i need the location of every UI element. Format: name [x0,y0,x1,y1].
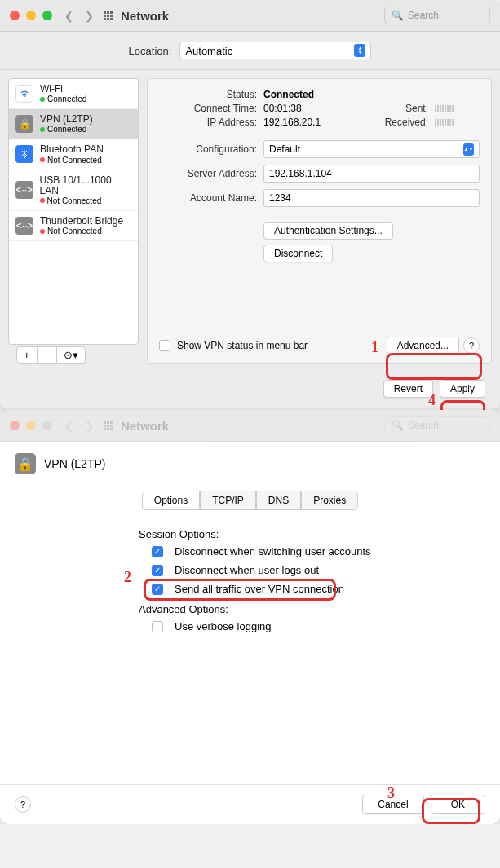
main-content: Wi-Fi Connected 🔒 VPN (L2TP) Connected [0,70,500,372]
location-label: Location: [129,45,172,57]
annotation-1: 1 [371,339,378,356]
bluetooth-icon [15,145,33,163]
checkbox[interactable]: ✓ [152,565,163,576]
close-window-button[interactable] [10,421,20,430]
connect-time-label: Connect Time: [159,103,257,114]
sidebar-item-vpn[interactable]: 🔒 VPN (L2TP) Connected [9,109,138,139]
status-dot-icon [40,97,45,102]
service-actions-bar: + − ⊙▾ [16,346,86,364]
show-all-icon [104,421,113,430]
menu-bar-row: Show VPN status in menu bar Advanced... … [159,337,480,355]
detail-panel: Status: Connected Connect Time: 00:01:38… [147,78,492,364]
sidebar-item-wifi[interactable]: Wi-Fi Connected [9,79,138,109]
option-label: Disconnect when user logs out [175,564,319,576]
sidebar-item-label: USB 10/1...1000 LAN [40,175,131,196]
status-grid: Status: Connected Connect Time: 00:01:38… [159,89,480,128]
back-button: ❮ [64,420,73,432]
auth-settings-button[interactable]: Authentication Settings... [263,222,393,240]
server-address-row: Server Address: [159,165,480,183]
auth-buttons: Authentication Settings... Disconnect [263,222,480,262]
account-name-row: Account Name: [159,189,480,207]
options-body: Session Options: ✓ Disconnect when switc… [0,515,500,784]
status-dot-icon [40,198,45,203]
advanced-button[interactable]: Advanced... [387,337,459,355]
help-button[interactable]: ? [15,796,31,813]
add-service-button[interactable]: + [17,347,38,363]
annotation-box-ok [422,798,480,824]
server-address-input[interactable] [263,165,480,183]
tab-dns[interactable]: DNS [256,491,301,510]
show-vpn-status-checkbox[interactable] [159,340,170,351]
show-all-icon[interactable] [104,11,113,20]
select-arrows-icon: ▲▼ [463,143,474,156]
option-label: Use verbose logging [175,620,272,632]
apply-button[interactable]: Apply [440,380,485,398]
titlebar: ❮ ❯ Network 🔍 Search [0,410,500,442]
maximize-window-button[interactable] [42,11,52,20]
traffic-lights [10,11,52,20]
sidebar-item-thunderbolt[interactable]: <··> Thunderbolt Bridge Not Connected [9,211,138,241]
annotation-3: 3 [387,785,395,802]
network-preferences-window: ❮ ❯ Network 🔍 Search Location: Automatic… [0,0,500,410]
configuration-select[interactable]: Default ▲▼ [263,140,480,158]
session-options-label: Session Options: [139,528,500,540]
status-dot-icon [40,127,45,132]
location-select[interactable]: Automatic ▲▼ [179,42,371,59]
tab-options[interactable]: Options [142,491,200,510]
checkbox[interactable] [152,621,163,632]
sent-bars-icon [435,105,480,112]
option-verbose-logging: Use verbose logging [152,620,500,632]
sidebar-item-label: VPN (L2TP) [40,114,93,125]
back-button[interactable]: ❮ [64,10,73,22]
disconnect-button[interactable]: Disconnect [263,245,333,262]
status-dot-icon [40,229,45,234]
annotation-2: 2 [124,569,131,586]
account-name-input[interactable] [263,189,480,207]
vpn-advanced-window: ❮ ❯ Network 🔍 Search 🔒 VPN (L2TP) Option… [0,410,500,824]
vpn-header: 🔒 VPN (L2TP) [0,442,500,486]
titlebar: ❮ ❯ Network 🔍 Search [0,0,500,32]
status-label: Status: [159,89,257,100]
maximize-window-button[interactable] [42,421,52,430]
search-box[interactable]: 🔍 Search [384,7,490,24]
nav-arrows: ❮ ❯ [64,420,94,432]
search-placeholder: Search [408,10,439,21]
received-label: Received: [379,117,428,128]
sidebar-item-bluetooth[interactable]: Bluetooth PAN Not Connected [9,139,138,170]
help-button[interactable]: ? [463,337,480,354]
network-services-sidebar: Wi-Fi Connected 🔒 VPN (L2TP) Connected [8,78,139,345]
ethernet-icon: <··> [15,217,33,235]
ethernet-icon: <··> [15,181,33,199]
sent-label: Sent: [379,103,428,114]
checkbox[interactable]: ✓ [152,546,163,557]
window-title: Network [121,9,169,23]
location-value: Automatic [185,45,232,57]
traffic-lights [10,421,52,430]
ip-label: IP Address: [159,117,257,128]
connect-time-value: 00:01:38 [263,103,373,114]
sidebar-item-label: Wi-Fi [40,84,86,95]
remove-service-button[interactable]: − [38,347,58,363]
tab-tcpip[interactable]: TCP/IP [200,491,256,510]
lock-icon: 🔒 [15,453,36,474]
forward-button: ❯ [85,420,94,432]
service-options-button[interactable]: ⊙▾ [57,347,85,363]
sidebar-item-usb[interactable]: <··> USB 10/1...1000 LAN Not Connected [9,170,138,211]
account-name-label: Account Name: [159,192,257,204]
option-disconnect-logout: ✓ Disconnect when user logs out [152,564,500,576]
search-icon: 🔍 [392,420,404,431]
minimize-window-button[interactable] [26,421,36,430]
option-disconnect-switching: ✓ Disconnect when switching user account… [152,545,500,557]
annotation-box-sendall [144,579,336,601]
tab-proxies[interactable]: Proxies [301,491,358,510]
revert-button[interactable]: Revert [383,380,433,398]
received-bars-icon [435,119,480,126]
option-label: Disconnect when switching user accounts [175,545,371,557]
forward-button[interactable]: ❯ [85,10,94,22]
status-dot-icon [40,157,45,162]
window-title: Network [121,419,169,433]
minimize-window-button[interactable] [26,11,36,20]
advanced-options-label: Advanced Options: [139,603,500,615]
close-window-button[interactable] [10,11,20,20]
tabs: Options TCP/IP DNS Proxies [0,486,500,515]
